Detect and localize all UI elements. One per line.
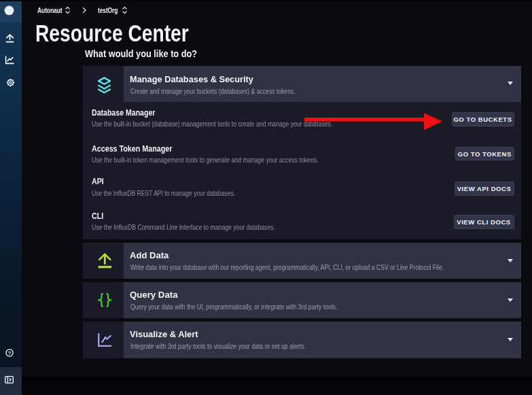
svg-text:?: ? (8, 350, 12, 356)
